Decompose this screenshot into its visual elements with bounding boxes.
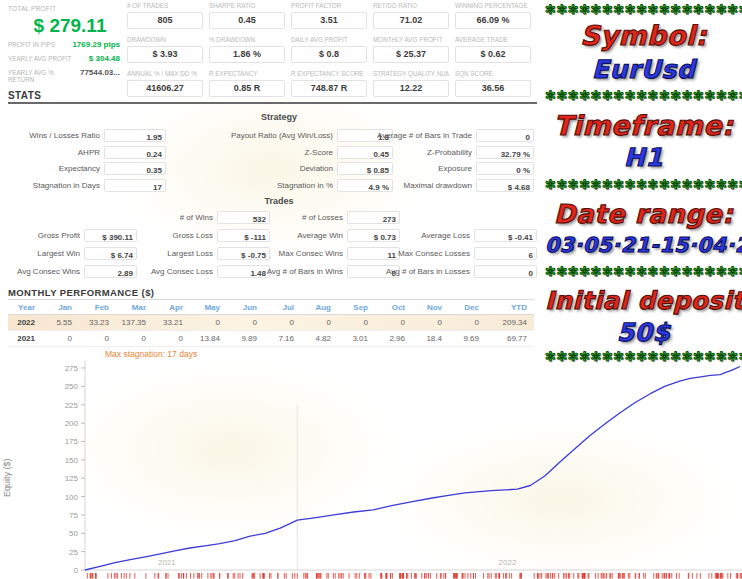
stat-label: Z-Probability: [302, 146, 472, 159]
trade-stat-label: Max Consec Wins: [213, 247, 343, 260]
trade-stat-value-box: $ -0.41: [474, 229, 537, 242]
monthly-value-cell: 3.01: [338, 334, 375, 343]
monthly-value-cell: 0: [338, 318, 375, 327]
metric-value-box: $ 0.8: [291, 46, 367, 63]
metric-value-box: 66.09 %: [455, 12, 531, 29]
monthly-header-cell: Apr: [153, 303, 190, 312]
metric: PROFIT FACTOR3.51: [291, 2, 367, 29]
metric: MONTHLY AVG PROFIT$ 25.37: [373, 36, 449, 63]
metric-value-box: 71.02: [373, 12, 449, 29]
monthly-value-cell: 0: [79, 334, 116, 343]
monthly-value-cell: 0: [301, 318, 338, 327]
monthly-value-cell: 4.82: [301, 334, 338, 343]
metric: STRATEGY QUALITY NUMBER12.22: [373, 70, 449, 97]
trade-stat-label: Largest Loss: [83, 247, 213, 260]
monthly-value-cell: 0: [264, 318, 301, 327]
profit-summary-row: YEARLY AVG % RETURN77544.03...: [8, 68, 120, 82]
stat-label: Stagnation in Days: [0, 179, 100, 192]
stat-label: Exposure: [302, 162, 472, 175]
trade-stat-label: # of Losses: [213, 211, 343, 224]
y-axis-tick-label: 175: [65, 437, 79, 446]
stat-value-box: 0: [476, 129, 534, 142]
metric-value-box: 0.85 R: [209, 80, 285, 97]
metric-value-box: 12.22: [373, 80, 449, 97]
monthly-value-cell: 13.84: [190, 334, 227, 343]
monthly-header-cell: Jun: [227, 303, 264, 312]
sidebar-timeframe-value: H1: [545, 143, 742, 172]
trade-stat-label: Max Consec Losses: [340, 247, 470, 260]
metric-value-box: $ 0.62: [455, 46, 531, 63]
monthly-value-cell: 209.34: [486, 318, 534, 327]
star-divider: ✻✻✻✻✻✻✻✻✻✻✻✻✻✻✻✻✻✻✻✻: [545, 88, 742, 103]
trade-stat-label: Avg Consec Wins: [0, 265, 80, 278]
profit-summary-label: YEARLY AVG % RETURN: [8, 69, 80, 83]
total-profit-label: TOTAL PROFIT: [8, 5, 56, 12]
monthly-value-cell: 0: [190, 318, 227, 327]
monthly-header-cell: May: [190, 303, 227, 312]
x-year-label: 2021: [158, 558, 176, 567]
sidebar-initial-deposit-value: 50$: [545, 318, 742, 347]
monthly-value-cell: 0: [375, 318, 412, 327]
metric-value-box: 3.51: [291, 12, 367, 29]
metric-label: STRATEGY QUALITY NUMBER: [373, 70, 449, 78]
equity-chart: 0255075100125150175200225250275Equity ($…: [0, 345, 742, 579]
sidebar-date-range-value: 03·05·21-15·04·22: [545, 233, 742, 257]
stat-label: AHPR: [0, 146, 100, 159]
sidebar-date-range-label: Date range:: [545, 199, 742, 229]
y-axis-tick-label: 50: [69, 529, 78, 538]
trade-stat-value-box: 0: [474, 265, 537, 278]
trade-stat-label: Average Win: [213, 229, 343, 242]
sidebar-symbol-label: Symbol:: [545, 20, 742, 51]
monthly-value-cell: 0: [42, 334, 79, 343]
metric-value-box: 36.56: [455, 80, 531, 97]
profit-summary-value: 1769.29 pips: [72, 40, 120, 49]
chart-annotation: Max stagnation: 17 days: [105, 349, 197, 359]
monthly-value-cell: 9.69: [449, 334, 486, 343]
y-axis-tick-label: 75: [69, 511, 78, 520]
monthly-header-cell: YTD: [486, 303, 534, 312]
metric: R EXPECTANCY SCORE748.87 R: [291, 70, 367, 97]
y-axis-tick-label: 250: [65, 382, 79, 391]
monthly-header-row: YearJanFebMarAprMayJunJulAugSepOctNovDec…: [8, 299, 534, 315]
y-axis-tick-label: 275: [65, 364, 79, 373]
stat-value-box: 0.35: [104, 162, 166, 175]
monthly-value-cell: 18.4: [412, 334, 449, 343]
y-axis-tick-label: 0: [74, 566, 79, 575]
metric-label: R EXPECTANCY SCORE: [291, 70, 367, 78]
stats-divider: [8, 102, 537, 104]
monthly-value-cell: 5.55: [42, 318, 79, 327]
stat-value-box: 1.95: [104, 129, 166, 142]
stat-label: Average # of Bars in Trade: [302, 129, 472, 142]
metric-label: MONTHLY AVG PROFIT: [373, 36, 449, 44]
metric: SHARPE RATIO0.45: [209, 2, 285, 29]
y-axis-tick-label: 125: [65, 474, 79, 483]
monthly-year-cell: 2022: [8, 318, 42, 327]
metric-value-box: 805: [127, 12, 203, 29]
sidebar-symbol-value: EurUsd: [545, 55, 742, 84]
stats-section-title: STATS: [8, 90, 41, 101]
monthly-performance-table: YearJanFebMarAprMayJunJulAugSepOctNovDec…: [8, 299, 534, 347]
monthly-value-cell: 0: [116, 334, 153, 343]
metric-label: SQN SCORE: [455, 70, 531, 78]
metric-value-box: 748.87 R: [291, 80, 367, 97]
stat-value-box: 0 %: [476, 162, 534, 175]
stat-value-box: 0.24: [104, 146, 166, 159]
monthly-header-cell: Jan: [42, 303, 79, 312]
strategy-subheader: Strategy: [199, 112, 359, 122]
star-divider: ✻✻✻✻✻✻✻✻✻✻✻✻✻✻✻✻✻✻✻✻: [545, 2, 742, 17]
monthly-header-cell: Sep: [338, 303, 375, 312]
monthly-header-cell: Oct: [375, 303, 412, 312]
trade-stat-label: Avg # of Bars in Losses: [340, 265, 470, 278]
sidebar-initial-deposit-label: Initial deposit:: [545, 286, 742, 315]
metric-label: R EXPECTANCY: [209, 70, 285, 78]
monthly-value-cell: 0: [227, 318, 264, 327]
sidebar-timeframe-label: Timeframe:: [545, 110, 742, 141]
monthly-performance-title: MONTHLY PERFORMANCE ($): [8, 287, 154, 298]
profit-summary-value: 77544.03...: [80, 68, 120, 77]
metric: DAILY AVG PROFIT$ 0.8: [291, 36, 367, 63]
metric: SQN SCORE36.56: [455, 70, 531, 97]
equity-curve: [85, 367, 740, 571]
metric-label: SHARPE RATIO: [209, 2, 285, 10]
y-axis-tick-label: 225: [65, 401, 79, 410]
trade-stat-label: Avg Consec Loss: [83, 265, 213, 278]
